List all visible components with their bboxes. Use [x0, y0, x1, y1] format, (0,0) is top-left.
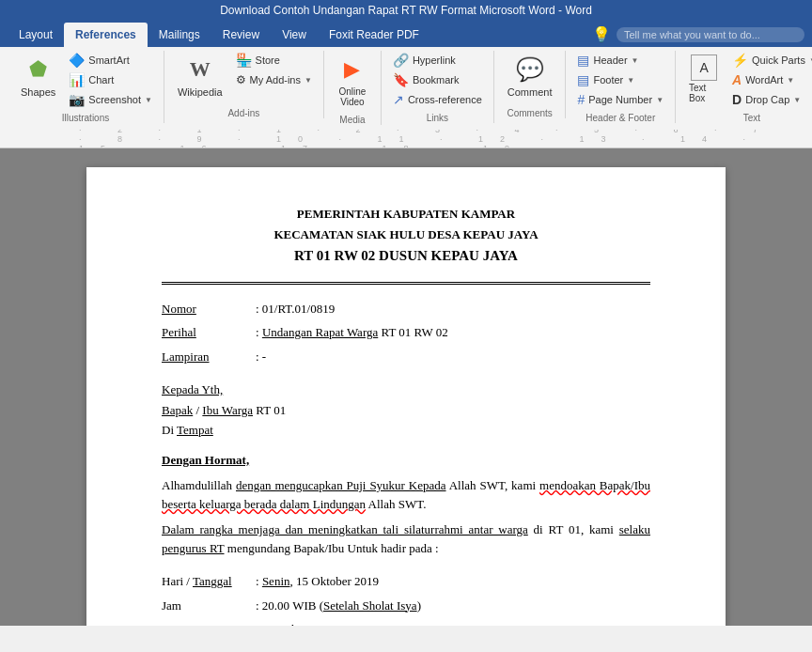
illustrations-buttons: ⬟ Shapes 🔷 SmartArt 📊 Chart 📷 Screenshot… [15, 51, 156, 109]
addins-buttons: W Wikipedia 🏪 Store ⚙ My Add-ins ▼ [172, 51, 316, 104]
addins-label: Add-ins [227, 104, 259, 118]
comments-buttons: 💬 Comment [502, 51, 558, 104]
links-col: 🔗 Hyperlink 🔖 Bookmark ↗ Cross-reference [389, 51, 486, 109]
footer-dropdown-icon: ▼ [627, 76, 634, 85]
screenshot-dropdown-icon: ▼ [145, 96, 152, 104]
textbox-icon: A [691, 54, 717, 81]
address-section: Kepada Yth, Bapak / Ibu Warga RT 01 Di T… [162, 380, 650, 440]
text-col: ⚡ Quick Parts ▼ A WordArt ▼ D Drop Cap ▼ [728, 51, 812, 109]
textbox-button[interactable]: A Text Box [683, 51, 725, 107]
ribbon-content: ⬟ Shapes 🔷 SmartArt 📊 Chart 📷 Screenshot… [0, 47, 812, 130]
bookmark-icon: 🔖 [393, 72, 409, 87]
jam-row: Jam : 20.00 WIB (Setelah Sholat Isya) [162, 597, 650, 615]
nomor-field: Nomor : 01/RT.01/0819 [162, 300, 650, 318]
quick-parts-button[interactable]: ⚡ Quick Parts ▼ [728, 51, 812, 70]
salutation: Dengan Hormat, [162, 451, 650, 470]
header-footer-label: Header & Footer [586, 109, 655, 123]
group-links: 🔗 Hyperlink 🔖 Bookmark ↗ Cross-reference… [382, 51, 494, 123]
media-buttons: ▶ Online Video [332, 51, 373, 111]
footer-button[interactable]: ▤ Footer ▼ [573, 70, 667, 89]
group-addins: W Wikipedia 🏪 Store ⚙ My Add-ins ▼ Add-i… [164, 51, 324, 118]
document-fields: Nomor : 01/RT.01/0819 Perihal : Undangan… [162, 300, 650, 366]
hyperlink-icon: 🔗 [393, 53, 409, 68]
comment-icon: 💬 [515, 54, 545, 85]
tell-me-input[interactable] [617, 27, 804, 42]
document-header: PEMERINTAH KABUPATEN KAMPAR KECAMATAN SI… [162, 205, 650, 267]
wikipedia-icon: W [185, 54, 215, 85]
text-buttons: A Text Box ⚡ Quick Parts ▼ A WordArt ▼ D… [683, 51, 812, 109]
screenshot-icon: 📷 [69, 92, 85, 107]
tab-mailings[interactable]: Mailings [148, 23, 211, 47]
lampiran-label: Lampiran [162, 348, 237, 366]
store-icon: 🏪 [236, 53, 252, 68]
drop-cap-button[interactable]: D Drop Cap ▼ [728, 90, 812, 109]
nomor-value: : 01/RT.01/0819 [256, 300, 650, 318]
tab-references[interactable]: References [64, 23, 148, 47]
document[interactable]: PEMERINTAH KABUPATEN KAMPAR KECAMATAN SI… [86, 167, 726, 626]
header-dropdown-icon: ▼ [632, 56, 639, 65]
tab-foxit[interactable]: Foxit Reader PDF [318, 23, 430, 47]
chart-icon: 📊 [69, 72, 85, 87]
body-paragraph2: Dalam rangka menjaga dan meningkatkan ta… [162, 520, 650, 557]
dropcap-dropdown-icon: ▼ [793, 96, 801, 104]
header-button[interactable]: ▤ Header ▼ [573, 51, 667, 70]
smartart-icon: 🔷 [69, 53, 85, 68]
event-details: Hari / Tanggal : Senin, 15 Oktober 2019 … [162, 572, 650, 626]
addins-dropdown-icon: ▼ [304, 76, 312, 85]
shapes-col: ⬟ Shapes [15, 51, 61, 101]
header-footer-buttons: ▤ Header ▼ ▤ Footer ▼ # Page Number ▼ [573, 51, 667, 109]
document-body: Dengan Hormat, Alhamdulillah dengan meng… [162, 451, 650, 558]
wikipedia-button[interactable]: W Wikipedia [172, 51, 228, 101]
store-button[interactable]: 🏪 Store [232, 51, 316, 70]
kepada-yth: Kepada Yth, [162, 380, 650, 399]
screenshot-button[interactable]: 📷 Screenshot ▼ [65, 90, 156, 109]
hyperlink-button[interactable]: 🔗 Hyperlink [389, 51, 486, 70]
comment-button[interactable]: 💬 Comment [502, 51, 558, 101]
my-addins-button[interactable]: ⚙ My Add-ins ▼ [232, 70, 316, 89]
di-tempat: Di Tempat [162, 421, 650, 440]
smartart-button[interactable]: 🔷 SmartArt [65, 51, 156, 70]
perihal-field: Perihal : Undangan Rapat Warga RT 01 RW … [162, 323, 650, 342]
cross-reference-button[interactable]: ↗ Cross-reference [389, 90, 486, 109]
online-video-button[interactable]: ▶ Online Video [332, 51, 373, 111]
wordart-button[interactable]: A WordArt ▼ [728, 70, 812, 89]
header-line2: KECAMATAN SIAK HULU DESA KEPAU JAYA [162, 225, 650, 244]
tab-view[interactable]: View [271, 23, 318, 47]
comments-label: Comments [507, 104, 552, 118]
chart-button[interactable]: 📊 Chart [65, 70, 156, 89]
header-line3: RT 01 RW 02 DUSUN KEPAU JAYA [162, 245, 650, 267]
wordart-icon: A [732, 72, 742, 87]
links-label: Links [427, 109, 448, 123]
group-header-footer: ▤ Header ▼ ▤ Footer ▼ # Page Number ▼ He… [566, 51, 676, 123]
bapak-ibu: Bapak / Ibu Warga RT 01 [162, 401, 650, 420]
shapes-button[interactable]: ⬟ Shapes [15, 51, 61, 101]
hari-tanggal-row: Hari / Tanggal : Senin, 15 Oktober 2019 [162, 572, 650, 591]
footer-icon: ▤ [577, 72, 589, 87]
group-comments: 💬 Comment Comments [494, 51, 567, 118]
pagenum-icon: # [577, 92, 585, 107]
dropcap-icon: D [732, 92, 742, 107]
header-footer-col: ▤ Header ▼ ▤ Footer ▼ # Page Number ▼ [573, 51, 667, 109]
ribbon-tabs: Layout References Mailings Review View F… [0, 21, 812, 47]
illustrations-col: 🔷 SmartArt 📊 Chart 📷 Screenshot ▼ [65, 51, 156, 109]
crossref-icon: ↗ [393, 92, 404, 107]
addins-col: 🏪 Store ⚙ My Add-ins ▼ [232, 51, 316, 89]
quickparts-icon: ⚡ [732, 53, 748, 68]
tab-layout[interactable]: Layout [8, 23, 64, 47]
page-number-button[interactable]: # Page Number ▼ [573, 90, 667, 109]
lampiran-value: : - [256, 348, 650, 366]
nomor-label: Nomor [162, 300, 237, 318]
text-label: Text [743, 109, 760, 123]
media-label: Media [339, 111, 365, 125]
video-icon: ▶ [337, 54, 367, 85]
ruler: · 2 · 1 · 1 · 2 · 3 · 4 · 5 · 6 · 7 · 8 … [0, 130, 812, 148]
tab-review[interactable]: Review [211, 23, 271, 47]
links-buttons: 🔗 Hyperlink 🔖 Bookmark ↗ Cross-reference [389, 51, 486, 109]
tempat-row: Tempat : Rumah Ketua RT 01 [162, 620, 650, 626]
perihal-value: : Undangan Rapat Warga RT 01 RW 02 [256, 323, 650, 342]
bookmark-button[interactable]: 🔖 Bookmark [389, 70, 486, 89]
document-area[interactable]: PEMERINTAH KABUPATEN KAMPAR KECAMATAN SI… [0, 148, 812, 626]
header-icon: ▤ [577, 53, 589, 68]
body-paragraph1: Alhamdulillah dengan mengucapkan Puji Sy… [162, 476, 650, 513]
group-text: A Text Box ⚡ Quick Parts ▼ A WordArt ▼ D… [676, 51, 812, 123]
